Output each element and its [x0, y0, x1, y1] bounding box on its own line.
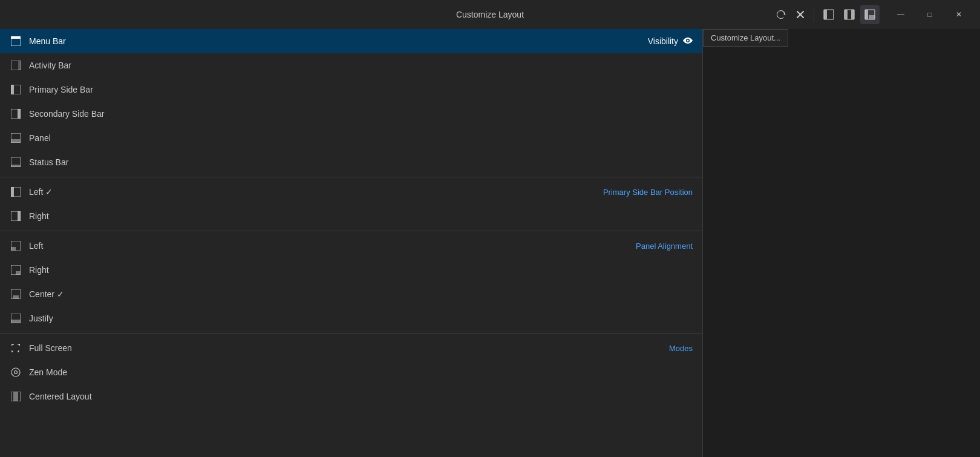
menu-item-panel[interactable]: Panel	[0, 126, 702, 150]
window-close-button[interactable]: ✕	[945, 4, 973, 25]
menu-bar-icon	[10, 35, 22, 47]
restore-button[interactable]: □	[916, 4, 944, 25]
panel-justify-label: Justify	[29, 314, 53, 323]
title-bar: Customize Layout	[0, 0, 980, 29]
menu-item-panel-left[interactable]: Left Panel Alignment	[0, 234, 702, 258]
window-controls: — □ ✕	[887, 4, 973, 25]
status-bar-icon	[10, 156, 22, 168]
close-panel-button[interactable]	[792, 6, 809, 23]
panel-left-label: Left	[29, 241, 43, 251]
window-title: Customize Layout	[456, 10, 524, 19]
svg-rect-17	[11, 139, 21, 143]
section-divider-1	[0, 177, 702, 177]
menu-item-left: Right	[10, 264, 49, 276]
menu-item-menu-bar[interactable]: Menu Bar Visibility	[0, 29, 702, 53]
menu-item-full-screen[interactable]: Full Screen Modes	[0, 336, 702, 360]
panel-right-icon	[10, 264, 22, 276]
menu-item-left: Center ✓	[10, 288, 64, 300]
panel-left-icon	[10, 240, 22, 252]
menu-item-sidebar-right[interactable]: Right	[0, 204, 702, 228]
menu-item-left: Left	[10, 240, 43, 252]
menu-item-left: Primary Side Bar	[10, 84, 93, 96]
sidebar-left-label: Left ✓	[29, 187, 53, 197]
menu-item-panel-center[interactable]: Center ✓	[0, 282, 702, 306]
svg-rect-7	[869, 15, 875, 19]
modes-label: Modes	[669, 344, 693, 353]
menu-item-secondary-side-bar[interactable]: Secondary Side Bar	[0, 102, 702, 126]
eye-icon	[683, 36, 693, 47]
svg-rect-27	[16, 271, 21, 275]
zen-mode-label: Zen Mode	[29, 367, 67, 377]
sidebar-right-icon	[10, 210, 22, 222]
full-screen-label: Full Screen	[29, 343, 72, 353]
main-window: Customize Layout	[0, 0, 980, 457]
secondary-side-bar-label: Secondary Side Bar	[29, 109, 105, 119]
svg-point-32	[11, 368, 20, 376]
svg-rect-4	[851, 10, 854, 19]
layout-sidebar-left-button[interactable]	[819, 5, 838, 24]
panel-justify-icon	[10, 312, 22, 324]
panel-center-label: Center ✓	[29, 289, 64, 299]
menu-bar-label: Menu Bar	[29, 36, 66, 46]
svg-rect-23	[18, 211, 21, 221]
primary-sidebar-position-label: Primary Side Bar Position	[603, 188, 693, 197]
menu-item-left: Activity Bar	[10, 59, 71, 71]
secondary-sidebar-icon	[10, 108, 22, 120]
sidebar-left-icon	[10, 186, 22, 198]
svg-rect-25	[11, 247, 16, 251]
status-bar-label: Status Bar	[29, 157, 68, 167]
primary-sidebar-icon	[10, 84, 22, 96]
activity-bar-icon	[10, 59, 22, 71]
fullscreen-icon	[10, 342, 22, 354]
menu-item-activity-bar[interactable]: Activity Bar	[0, 53, 702, 77]
main-content: Menu Bar Visibility	[0, 29, 980, 457]
primary-side-bar-label: Primary Side Bar	[29, 85, 93, 94]
svg-rect-19	[11, 165, 21, 167]
menu-item-left: Justify	[10, 312, 53, 324]
menu-item-panel-justify[interactable]: Justify	[0, 306, 702, 330]
customize-panel: Menu Bar Visibility	[0, 29, 703, 457]
layout-split-button[interactable]	[840, 5, 859, 24]
svg-rect-35	[13, 392, 18, 401]
svg-rect-13	[11, 85, 14, 94]
right-panel: Customize Layout...	[703, 29, 980, 457]
svg-rect-29	[13, 295, 19, 299]
panel-alignment-label: Panel Alignment	[636, 242, 693, 251]
svg-rect-31	[11, 320, 21, 323]
centered-layout-icon	[10, 390, 22, 403]
menu-item-zen-mode[interactable]: Zen Mode	[0, 360, 702, 384]
layout-icons	[819, 5, 880, 24]
svg-rect-11	[18, 61, 21, 70]
menu-item-primary-side-bar[interactable]: Primary Side Bar	[0, 77, 702, 102]
menu-item-left: Right	[10, 210, 49, 222]
panel-label: Panel	[29, 133, 51, 143]
menu-item-left: Centered Layout	[10, 390, 92, 403]
svg-rect-1	[824, 10, 827, 19]
menu-item-panel-right[interactable]: Right	[0, 258, 702, 282]
menu-item-left: Zen Mode	[10, 366, 67, 378]
section-divider-2	[0, 231, 702, 231]
section-divider-3	[0, 333, 702, 334]
menu-item-left: Status Bar	[10, 156, 68, 168]
svg-rect-3	[844, 10, 848, 19]
menu-item-left: Panel	[10, 132, 51, 144]
menu-item-left: Secondary Side Bar	[10, 108, 105, 120]
panel-center-icon	[10, 288, 22, 300]
layout-panel-button[interactable]	[860, 5, 880, 24]
divider	[814, 7, 814, 22]
title-bar-right: — □ ✕	[773, 4, 973, 25]
menu-item-left: Full Screen	[10, 342, 72, 354]
menu-item-left: Menu Bar	[10, 35, 66, 47]
customize-tooltip-label: Customize Layout...	[711, 33, 780, 42]
visibility-label: Visibility	[648, 36, 678, 46]
svg-rect-9	[11, 36, 21, 39]
menu-item-status-bar[interactable]: Status Bar	[0, 150, 702, 174]
sidebar-right-label: Right	[29, 211, 49, 221]
menu-item-centered-layout[interactable]: Centered Layout	[0, 384, 702, 409]
panel-icon	[10, 132, 22, 144]
svg-point-33	[15, 371, 18, 374]
reset-button[interactable]	[773, 6, 789, 23]
menu-item-sidebar-left[interactable]: Left ✓ Primary Side Bar Position	[0, 180, 702, 204]
minimize-button[interactable]: —	[887, 4, 915, 25]
customize-tooltip: Customize Layout...	[703, 29, 788, 47]
